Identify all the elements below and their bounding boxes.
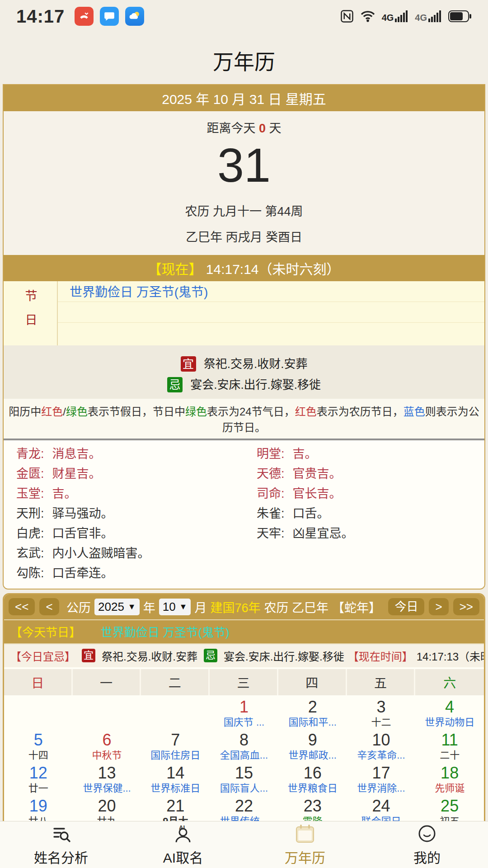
lunar-year-label: 农历 乙巳年	[264, 598, 328, 616]
year-select[interactable]: 2025▼	[94, 599, 140, 615]
ji-text: 宴会.安床.出行.嫁娶.移徙	[190, 378, 321, 392]
deity-item: 天牢:凶星宜忌。	[244, 524, 484, 543]
next-year-button[interactable]: >>	[453, 598, 479, 615]
day-cell-16[interactable]: 16世界粮食日	[278, 763, 347, 796]
deity-name: 天牢:	[257, 527, 285, 540]
ganzhi-line: 乙巳年 丙戌月 癸酉日	[4, 227, 484, 255]
today-yiji-label: 【今日宜忌】	[10, 648, 75, 664]
today-card: 2025 年 10 月 31 日 星期五 距离今天 0 天 31 农历 九月十一…	[3, 84, 485, 590]
yi-badge: 宜	[82, 649, 95, 662]
deity-desc: 口舌。	[293, 507, 329, 520]
tab-profile[interactable]: 我的	[366, 823, 488, 867]
deity-item: 朱雀:口舌。	[244, 504, 484, 524]
day-number: 3	[376, 698, 385, 716]
day-number: 21	[166, 797, 184, 815]
day-number: 18	[441, 764, 459, 782]
chevron-down-icon: ▼	[128, 602, 136, 612]
tab-name-analysis[interactable]: 姓名分析	[0, 823, 122, 867]
day-cell-15[interactable]: 15国际盲人...	[210, 763, 278, 796]
day-subtext: 辛亥革命...	[357, 750, 405, 761]
legend-part: 表示为农历节日，	[317, 406, 404, 418]
ji-badge: 忌	[167, 377, 183, 392]
calendar-icon	[294, 823, 316, 844]
day-number: 22	[235, 797, 253, 815]
deity-list: 青龙:消息吉。明堂:吉。金匮:财星吉。天德:官贵吉。玉堂:吉。司命:官长吉。天刑…	[4, 440, 484, 589]
deity-desc: 财星吉。	[52, 467, 101, 481]
system-status-icons: 4G 4G	[340, 9, 472, 23]
deity-item: 金匮:财星吉。	[4, 464, 244, 484]
day-cell-6[interactable]: 6中秋节	[73, 730, 141, 763]
day-cell-empty	[141, 697, 210, 730]
day-subtext: 世界消除...	[357, 783, 405, 794]
legend-part: 绿色	[66, 406, 88, 418]
deity-item: 司命:官长吉。	[244, 484, 484, 504]
deity-name: 天刑:	[16, 507, 44, 520]
day-cell-7[interactable]: 7国际住房日	[141, 730, 210, 763]
legend-part: 绿色	[185, 406, 207, 418]
legend-part: 红色	[41, 406, 63, 418]
status-bar: 14:17 4G 4G	[0, 0, 488, 33]
legend-part: 表示为24节气日，	[207, 406, 295, 418]
day-number: 6	[103, 731, 112, 749]
next-month-button[interactable]: >	[429, 598, 448, 615]
day-number: 13	[98, 764, 116, 782]
deity-desc: 口舌官非。	[52, 527, 113, 540]
day-number: 8	[239, 731, 249, 749]
tab-ai-naming[interactable]: AI AI取名	[122, 823, 244, 867]
zodiac-year-label: 【蛇年】	[332, 598, 381, 616]
deity-desc: 驿马强动。	[52, 507, 113, 520]
day-cell-8[interactable]: 8全国高血...	[210, 730, 278, 763]
day-subtext: 十二	[371, 717, 391, 728]
signal-4g-icon: 4G	[382, 10, 409, 22]
yi-text: 祭祀.交易.收财.安葬	[204, 357, 308, 371]
day-subtext: 二十	[440, 750, 460, 761]
deity-name: 玄武:	[16, 547, 44, 560]
day-cell-5[interactable]: 5十四	[4, 730, 73, 763]
day-cell-3[interactable]: 3十二	[347, 697, 416, 730]
deity-empty	[244, 563, 484, 583]
distance-prefix: 距离今天	[206, 122, 255, 135]
day-cell-10[interactable]: 10辛亥革命...	[347, 730, 416, 763]
bottom-nav: 姓名分析 AI AI取名 万年历 我的	[0, 821, 488, 868]
day-number: 19	[29, 797, 47, 815]
today-festival-value: 世界勤俭日 万圣节(鬼节)	[101, 623, 230, 640]
yi-badge: 宜	[181, 356, 196, 372]
weekday-四: 四	[278, 669, 347, 695]
now-time-label: 【现在时间】	[348, 648, 413, 664]
today-button[interactable]: 今日	[388, 598, 424, 615]
day-cell-9[interactable]: 9世界邮政...	[278, 730, 347, 763]
day-number: 14	[166, 764, 184, 782]
month-select[interactable]: 10▼	[159, 599, 191, 615]
festival-row-empty	[58, 302, 484, 323]
day-subtext: 廿一	[28, 783, 48, 794]
deity-item: 白虎:口舌官非。	[4, 524, 244, 543]
message-icon	[100, 7, 119, 26]
weekday-三: 三	[210, 669, 278, 695]
day-cell-2[interactable]: 2国际和平...	[278, 697, 347, 730]
yiji-section: 宜 祭祀.交易.收财.安葬 忌 宴会.安床.出行.嫁娶.移徙	[4, 345, 484, 399]
page: 14:17 4G 4G 万年历	[0, 0, 488, 868]
tab-calendar[interactable]: 万年历	[244, 823, 366, 867]
day-cell-17[interactable]: 17世界消除...	[347, 763, 416, 796]
festival-row-empty	[58, 323, 484, 344]
day-cell-14[interactable]: 14世界标准日	[141, 763, 210, 796]
day-cell-12[interactable]: 12廿一	[4, 763, 73, 796]
day-subtext: 世界邮政...	[289, 750, 337, 761]
day-cell-1[interactable]: 1国庆节 ...	[210, 697, 278, 730]
legend-part: 表示节假日，节日中	[88, 406, 185, 418]
deity-item: 天刑:驿马强动。	[4, 504, 244, 524]
prev-month-button[interactable]: <	[39, 598, 59, 615]
now-label: 【现在】	[148, 262, 202, 277]
day-cell-18[interactable]: 18先师诞	[415, 763, 484, 796]
deity-name: 勾陈:	[16, 566, 44, 580]
page-title: 万年历	[0, 45, 488, 75]
day-cell-empty	[4, 697, 73, 730]
day-cell-13[interactable]: 13世界保健...	[73, 763, 141, 796]
prev-year-button[interactable]: <<	[9, 598, 35, 615]
day-cell-11[interactable]: 11二十	[415, 730, 484, 763]
year-unit: 年	[143, 598, 155, 616]
day-subtext: 全国高血...	[220, 750, 268, 761]
deity-desc: 消息吉。	[52, 447, 101, 461]
day-cell-4[interactable]: 4世界动物日	[415, 697, 484, 730]
nfc-icon	[340, 9, 354, 23]
